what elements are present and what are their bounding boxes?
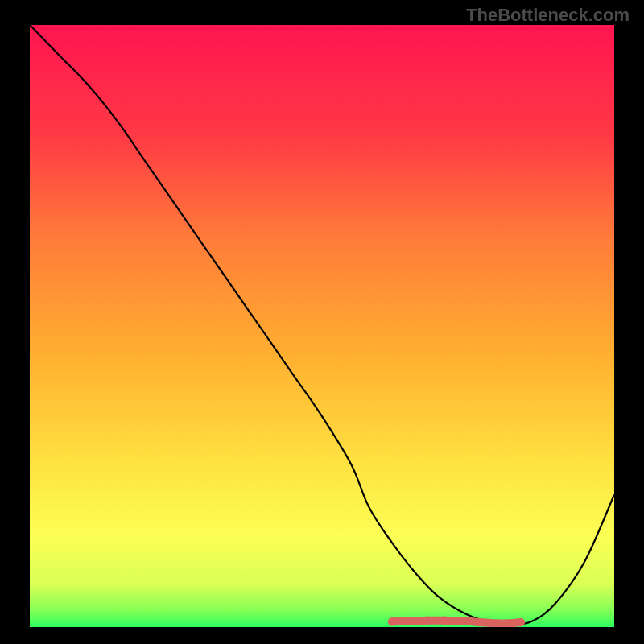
svg-point-6 xyxy=(476,618,484,626)
svg-point-1 xyxy=(388,617,396,625)
svg-point-3 xyxy=(423,617,431,625)
optimal-range-markers xyxy=(30,25,614,627)
svg-point-5 xyxy=(458,617,466,625)
svg-point-9 xyxy=(517,618,525,626)
watermark-text: TheBottleneck.com xyxy=(466,5,630,26)
svg-point-2 xyxy=(406,617,414,625)
chart-area xyxy=(30,25,614,627)
svg-point-4 xyxy=(440,617,448,625)
